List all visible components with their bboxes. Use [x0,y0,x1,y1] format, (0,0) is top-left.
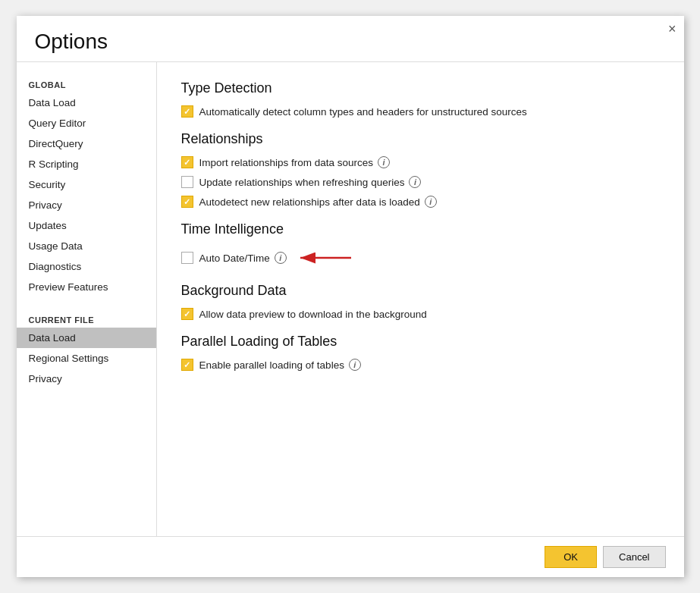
options-dialog: × Options GLOBAL Data LoadQuery EditorDi… [17,16,684,577]
option-row-3-0: Allow data preview to download in the ba… [181,308,660,320]
option-row-1-2: Autodetect new relationships after data … [181,196,660,208]
dialog-body: GLOBAL Data LoadQuery EditorDirectQueryR… [17,62,684,536]
sidebar-item-privacy[interactable]: Privacy [17,195,156,215]
option-label-2-0: Auto Date/Time [199,253,270,264]
checkbox-4-0[interactable] [181,359,193,371]
global-section-label: GLOBAL [17,74,156,93]
ok-button[interactable]: OK [545,546,597,568]
sidebar-item-directquery[interactable]: DirectQuery [17,133,156,154]
option-row-2-0: Auto Date/Timei [181,246,660,269]
sidebar-item-preview-features[interactable]: Preview Features [17,277,156,297]
option-row-0-0: Automatically detect column types and he… [181,105,660,118]
info-icon-2-0[interactable]: i [275,252,287,264]
info-icon-4-0[interactable]: i [349,359,361,371]
section-title-0: Type Detection [181,80,660,96]
cancel-button[interactable]: Cancel [603,546,665,568]
sidebar-item-query-editor[interactable]: Query Editor [17,113,156,133]
checkbox-1-1[interactable] [181,176,193,188]
main-content: Type DetectionAutomatically detect colum… [157,62,684,536]
red-arrow-annotation [294,246,355,269]
option-label-1-1: Update relationships when refreshing que… [199,177,405,188]
section-title-4: Parallel Loading of Tables [181,334,660,350]
option-row-4-0: Enable parallel loading of tablesi [181,359,660,371]
section-title-3: Background Data [181,283,660,299]
checkbox-1-2[interactable] [181,196,193,208]
sidebar-current-file-item-data-load[interactable]: Data Load [17,328,156,348]
section-title-1: Relationships [181,131,660,147]
option-label-1-0: Import relationships from data sources [199,157,374,168]
sidebar-item-data-load[interactable]: Data Load [17,93,156,113]
option-label-3-0: Allow data preview to download in the ba… [199,309,427,320]
option-label-4-0: Enable parallel loading of tables [199,359,344,371]
checkbox-0-0[interactable] [181,105,193,118]
current-file-section-label: CURRENT FILE [17,309,156,328]
option-row-1-1: Update relationships when refreshing que… [181,176,660,188]
info-icon-1-1[interactable]: i [409,176,421,188]
option-row-1-0: Import relationships from data sourcesi [181,156,660,168]
dialog-footer: OK Cancel [17,536,684,577]
checkbox-2-0[interactable] [181,252,193,264]
option-label-0-0: Automatically detect column types and he… [199,106,527,118]
sidebar-item-updates[interactable]: Updates [17,215,156,236]
option-label-1-2: Autodetect new relationships after data … [199,196,420,208]
info-icon-1-2[interactable]: i [425,196,437,208]
info-icon-1-0[interactable]: i [378,156,390,168]
close-button[interactable]: × [668,22,676,36]
sidebar-current-file-item-regional-settings[interactable]: Regional Settings [17,348,156,369]
checkbox-1-0[interactable] [181,156,193,168]
sidebar: GLOBAL Data LoadQuery EditorDirectQueryR… [17,62,157,536]
sidebar-item-usage-data[interactable]: Usage Data [17,236,156,256]
dialog-title: Options [17,16,684,62]
section-title-2: Time Intelligence [181,221,660,237]
sidebar-item-security[interactable]: Security [17,174,156,195]
checkbox-3-0[interactable] [181,308,193,320]
sidebar-current-file-item-privacy[interactable]: Privacy [17,369,156,389]
sidebar-item-diagnostics[interactable]: Diagnostics [17,256,156,277]
sidebar-item-r-scripting[interactable]: R Scripting [17,154,156,174]
